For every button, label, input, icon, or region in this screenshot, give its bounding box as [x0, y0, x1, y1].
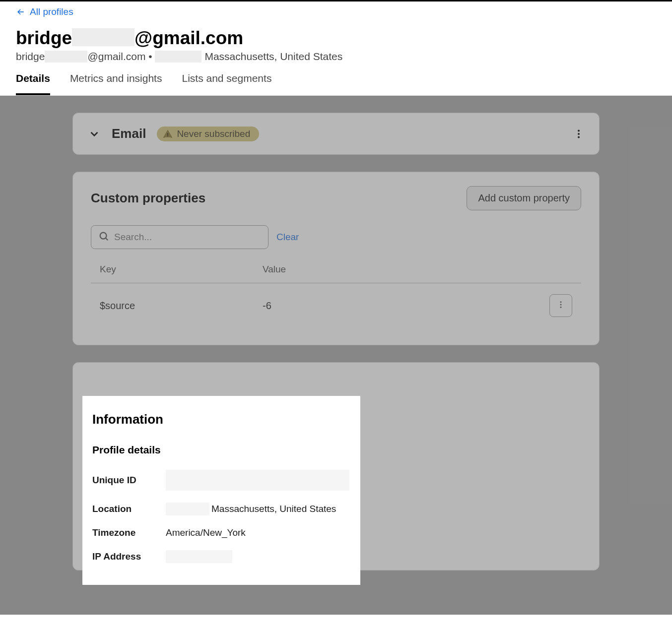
content-area: Email Never subscribed Custom properties…	[0, 96, 672, 615]
location-value: Massachusetts, United States	[211, 504, 336, 514]
unique-id-label: Unique ID	[92, 475, 166, 486]
tab-metrics[interactable]: Metrics and insights	[70, 72, 162, 95]
tabs: Details Metrics and insights Lists and s…	[0, 72, 672, 96]
timezone-value: America/New_York	[166, 527, 246, 538]
info-row-ip-address: IP Address	[92, 544, 350, 569]
subtitle-separator: •	[145, 51, 155, 63]
information-panel: Information Profile details Unique ID Lo…	[82, 396, 360, 585]
timezone-label: Timezone	[92, 527, 166, 538]
profile-title-suffix: @gmail.com	[134, 28, 243, 49]
profile-title-prefix: bridge	[16, 28, 72, 49]
redacted-location-city	[166, 503, 209, 515]
location-label: Location	[92, 504, 166, 514]
info-row-location: Location Massachusetts, United States	[92, 497, 350, 521]
redacted-ip-address	[166, 550, 232, 563]
page-header: All profiles bridge @gmail.com bridge @g…	[0, 1, 672, 96]
tab-details[interactable]: Details	[16, 72, 50, 95]
subtitle-location: Massachusetts, United States	[204, 51, 342, 63]
info-row-unique-id: Unique ID	[92, 464, 350, 497]
tab-lists[interactable]: Lists and segments	[182, 72, 271, 95]
back-to-all-profiles[interactable]: All profiles	[16, 6, 73, 17]
redacted-title-segment	[72, 28, 134, 46]
profile-subtitle: bridge @gmail.com • Massachusetts, Unite…	[16, 51, 672, 63]
info-row-timezone: Timezone America/New_York	[92, 521, 350, 544]
back-link-label: All profiles	[30, 6, 73, 17]
arrow-left-icon	[16, 7, 26, 17]
profile-details-subtitle: Profile details	[92, 444, 350, 456]
ip-address-label: IP Address	[92, 551, 166, 562]
profile-title: bridge @gmail.com	[16, 26, 672, 49]
redacted-subtitle-segment-1	[45, 51, 87, 63]
subtitle-prefix: bridge	[16, 51, 45, 63]
redacted-subtitle-segment-2	[155, 51, 202, 63]
redacted-unique-id	[166, 470, 349, 491]
subtitle-mid: @gmail.com	[87, 51, 145, 63]
information-title: Information	[92, 412, 350, 427]
